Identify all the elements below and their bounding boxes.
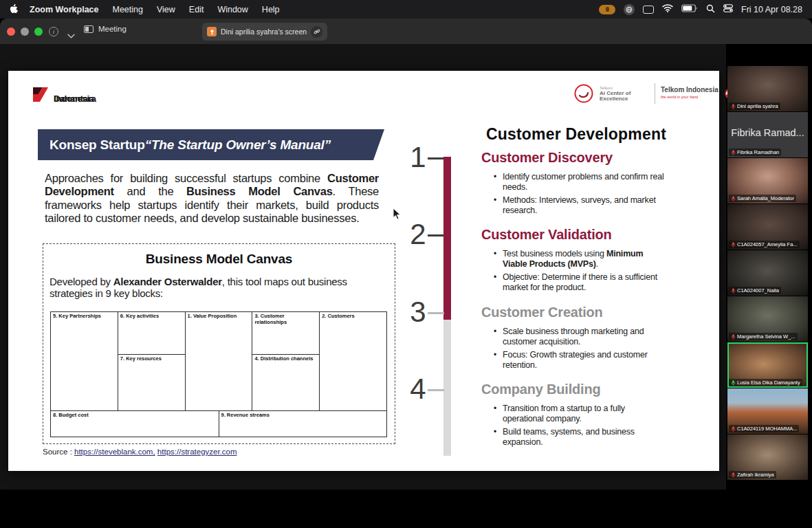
participant-name-label: Fibrika Ramadhan <box>729 148 781 156</box>
participant-name: Dini aprilia syahra <box>737 103 778 109</box>
participant-video[interactable]: C1A024119 MOHAMMA... <box>727 388 808 434</box>
participant-name: Sarah Amalia_Moderator <box>737 195 794 201</box>
presentation-slide: Danantara Indonesia Telkom Ai Center of … <box>8 71 719 471</box>
meeting-window-icon <box>84 25 94 33</box>
bullet-item: Scale business through marketing and cus… <box>494 327 664 348</box>
mic-muted-icon <box>731 196 736 201</box>
info-button[interactable]: i <box>49 27 58 36</box>
ai-center-label: Ai Center of Excellence <box>600 91 649 102</box>
step-3-tick <box>428 312 444 314</box>
link-icon[interactable] <box>311 26 322 38</box>
menu-help[interactable]: Help <box>262 5 280 14</box>
menubar-clock[interactable]: Fri 10 Apr 08.28 <box>741 5 802 14</box>
input-source-icon[interactable] <box>624 4 635 15</box>
mic-muted-icon <box>731 150 736 155</box>
mic-muted-icon <box>731 242 736 248</box>
meeting-window-label: Meeting <box>98 25 127 33</box>
mic-in-use-indicator[interactable] <box>599 5 615 14</box>
brand-line2: Indonesia <box>54 95 94 103</box>
participant-name-label: Lusia Elsa Dika Damayanty <box>729 379 802 386</box>
participant-video[interactable]: Zafirah Ikramiya <box>727 434 808 480</box>
participant-video[interactable]: C1A024007_Naila <box>727 250 808 296</box>
step-1-title: Customer Discovery <box>481 150 613 166</box>
screen: Zoom Workplace Meeting View Edit Window … <box>0 0 812 528</box>
bmc-title: Business Model Canvas <box>43 252 395 267</box>
bmc-cell-revenue-streams: 9. Revenue streams <box>219 411 387 437</box>
cd-step-1: 1 Customer Discovery Identify customer p… <box>406 143 688 220</box>
mic-muted-icon <box>731 104 736 109</box>
step-2-tick <box>428 234 444 236</box>
cd-step-3: 3 Customer Creation Scale business throu… <box>406 298 688 375</box>
participant-video[interactable]: Margaretha Selvina W_... <box>727 296 808 342</box>
bullet-item: Identify customer problems and confirm r… <box>494 172 664 193</box>
bullet-item: Test business models using Minimum Viabl… <box>494 249 664 270</box>
participant-name-label: C1A024057_Ameylia Fa... <box>729 241 800 248</box>
customer-development-title: Customer Development <box>483 125 670 144</box>
bmc-description: Developed by Alexander Osterwalder, this… <box>50 276 389 300</box>
screen-share-tab[interactable]: Dini aprilia syahra's screen <box>202 23 327 41</box>
step-4-tick <box>428 389 444 391</box>
participant-video[interactable]: C1A024057_Ameylia Fa... <box>727 204 808 250</box>
spotlight-search-icon[interactable] <box>706 4 715 15</box>
telkom-tagline: the world in your hand <box>661 94 718 100</box>
step-3-bullets: Scale business through marketing and cus… <box>494 327 664 373</box>
business-model-canvas-box: Business Model Canvas Developed by Alexa… <box>43 243 395 444</box>
participant-video[interactable]: Dini aprilia syahra <box>727 66 808 111</box>
screen-share-tab-label: Dini aprilia syahra's screen <box>221 28 307 36</box>
wifi-icon[interactable] <box>662 4 673 14</box>
bmc-cell-distribution-channels: 4. Distribution channels <box>252 355 319 410</box>
step-2-bullets: Test business models using Minimum Viabl… <box>494 249 664 295</box>
ai-center-logo-icon <box>573 83 594 104</box>
step-3-number: 3 <box>406 298 430 327</box>
telkom-indonesia-label: Telkom Indonesia <box>661 87 718 94</box>
minimize-button[interactable] <box>21 28 29 36</box>
partner-logos: Telkom Ai Center of Excellence Telkom In… <box>573 83 738 104</box>
step-4-number: 4 <box>406 375 430 404</box>
menu-meeting[interactable]: Meeting <box>112 5 142 14</box>
intro-paragraph: Approaches for building successful start… <box>45 172 379 226</box>
participant-name: C1A024119 MOHAMMA... <box>737 426 797 432</box>
step-1-tick <box>428 157 444 160</box>
bmc-cell-customers: 2. Customers <box>320 312 386 410</box>
control-center-icon[interactable] <box>723 4 733 14</box>
participant-name: C1A024007_Naila <box>737 287 779 294</box>
bmc-cell-key-activities: 6. Key activities <box>118 312 185 355</box>
battery-icon[interactable] <box>681 4 698 14</box>
menubar-app-name[interactable]: Zoom Workplace <box>30 5 98 14</box>
meeting-window-control[interactable]: Meeting <box>84 25 127 33</box>
participant-video[interactable]: Sarah Amalia_Moderator <box>727 158 808 204</box>
bullet-item: Objective: Determine if there is a suffi… <box>494 272 664 294</box>
participant-name: Zafirah Ikramiya <box>737 472 774 478</box>
mic-muted-icon <box>731 334 736 340</box>
participant-name: C1A024057_Ameylia Fa... <box>737 241 798 248</box>
cd-step-2: 2 Customer Validation Test business mode… <box>406 220 688 297</box>
chevron-down-icon[interactable] <box>67 29 75 41</box>
source-link-steveblank: https://steveblank.com, <box>74 448 155 456</box>
close-button[interactable] <box>7 28 15 36</box>
mic-muted-icon <box>731 288 736 294</box>
bullet-item: Build teams, systems, and business expan… <box>494 427 664 448</box>
mic-muted-icon <box>731 472 736 478</box>
participant-name-label: Margaretha Selvina W_... <box>729 333 798 340</box>
participant-video-active-speaker[interactable]: Lusia Elsa Dika Damayanty <box>727 342 808 388</box>
cd-step-4: 4 Company Building Transition from a sta… <box>406 375 688 452</box>
step-3-title: Customer Creation <box>481 305 603 320</box>
step-4-title: Company Building <box>481 382 600 397</box>
source-line: Source : https://steveblank.com, https:/… <box>43 448 237 456</box>
menu-edit[interactable]: Edit <box>189 5 204 14</box>
participant-name-label: C1A024007_Naila <box>729 287 781 294</box>
bullet-item: Transition from a startup to a fully ope… <box>494 404 664 425</box>
remote-cursor <box>393 208 402 223</box>
fullscreen-button[interactable] <box>34 28 43 36</box>
mic-unmuted-icon <box>731 380 736 386</box>
menu-window[interactable]: Window <box>217 5 248 14</box>
slide-title-prefix: Konsep Startup <box>50 138 145 152</box>
apple-menu-icon[interactable] <box>10 4 19 14</box>
participant-name: Margaretha Selvina W_... <box>737 333 795 340</box>
participant-video-off[interactable]: Fibrika Ramad... Fibrika Ramadhan <box>727 112 808 157</box>
danantara-logo: Danantara Indonesia <box>32 86 54 103</box>
display-icon[interactable] <box>643 6 654 14</box>
menu-view[interactable]: View <box>157 5 175 14</box>
participant-display-name: Fibrika Ramad... <box>727 127 808 138</box>
mic-muted-icon <box>731 426 736 432</box>
